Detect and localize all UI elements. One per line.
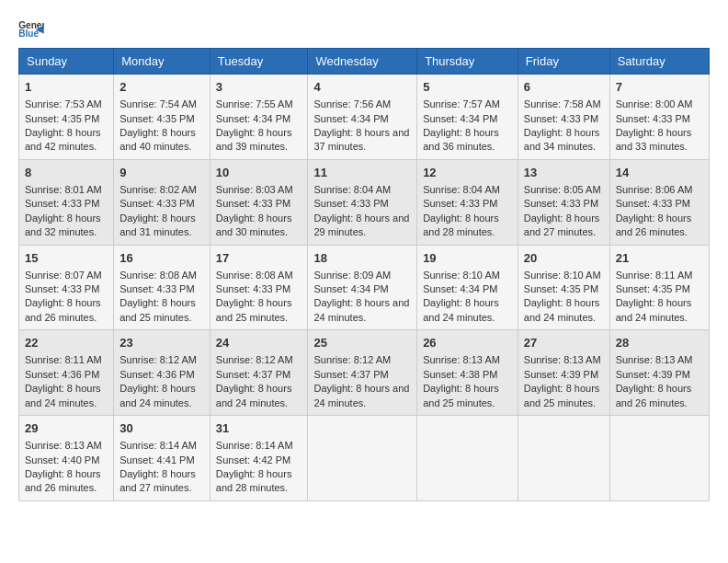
daylight-text: Daylight: 8 hours and 24 minutes. [25,383,101,408]
week-row: 15Sunrise: 8:07 AMSunset: 4:33 PMDayligh… [19,245,710,330]
sunset-text: Sunset: 4:33 PM [119,283,194,294]
sunrise-text: Sunrise: 8:08 AM [119,270,197,281]
day-number: 16 [119,250,204,267]
sunrise-text: Sunrise: 7:56 AM [313,98,391,109]
sunrise-text: Sunrise: 7:55 AM [216,98,293,109]
sunset-text: Sunset: 4:34 PM [423,113,497,124]
calendar-cell: 2Sunrise: 7:54 AMSunset: 4:35 PMDaylight… [114,75,210,160]
calendar-cell: 10Sunrise: 8:03 AMSunset: 4:33 PMDayligh… [210,159,308,245]
sunset-text: Sunset: 4:35 PM [25,113,99,124]
sunrise-text: Sunrise: 8:10 AM [423,270,500,281]
sunrise-text: Sunrise: 8:03 AM [216,184,293,195]
calendar-cell: 9Sunrise: 8:02 AMSunset: 4:33 PMDaylight… [114,159,210,245]
calendar-cell: 28Sunrise: 8:13 AMSunset: 4:39 PMDayligh… [609,330,709,416]
day-number: 4 [313,79,411,96]
sunset-text: Sunset: 4:40 PM [25,454,99,465]
daylight-text: Daylight: 8 hours and 25 minutes. [119,297,196,322]
day-number: 21 [616,250,703,267]
day-number: 17 [216,250,302,267]
sunset-text: Sunset: 4:41 PM [119,454,194,465]
day-number: 2 [119,79,204,96]
sunrise-text: Sunrise: 7:54 AM [119,98,197,109]
sunset-text: Sunset: 4:39 PM [524,369,598,380]
day-number: 6 [524,79,604,96]
sunset-text: Sunset: 4:35 PM [524,283,598,294]
daylight-text: Daylight: 8 hours and 26 minutes. [25,468,101,493]
sunrise-text: Sunrise: 7:53 AM [25,98,102,109]
sunrise-text: Sunrise: 8:00 AM [616,98,693,109]
daylight-text: Daylight: 8 hours and 28 minutes. [216,468,292,493]
week-row: 22Sunrise: 8:11 AMSunset: 4:36 PMDayligh… [19,330,710,416]
sunset-text: Sunset: 4:42 PM [216,454,290,465]
week-row: 1Sunrise: 7:53 AMSunset: 4:35 PMDaylight… [19,75,710,160]
calendar-cell [609,416,709,501]
daylight-text: Daylight: 8 hours and 24 minutes. [313,383,409,408]
daylight-text: Daylight: 8 hours and 26 minutes. [616,213,692,237]
calendar-cell: 30Sunrise: 8:14 AMSunset: 4:41 PMDayligh… [114,416,210,501]
calendar-cell: 5Sunrise: 7:57 AMSunset: 4:34 PMDaylight… [417,75,518,160]
header-thursday: Thursday [417,49,518,75]
sunset-text: Sunset: 4:33 PM [616,113,690,124]
sunrise-text: Sunrise: 8:13 AM [616,354,693,365]
sunset-text: Sunset: 4:39 PM [616,369,690,380]
sunrise-text: Sunrise: 8:13 AM [25,440,102,451]
calendar-cell: 8Sunrise: 8:01 AMSunset: 4:33 PMDaylight… [19,159,114,245]
sunset-text: Sunset: 4:33 PM [524,113,598,124]
sunset-text: Sunset: 4:35 PM [616,283,690,294]
sunset-text: Sunset: 4:33 PM [524,198,598,209]
calendar-cell: 14Sunrise: 8:06 AMSunset: 4:33 PMDayligh… [609,159,709,245]
day-number: 26 [423,335,512,351]
day-number: 22 [25,335,108,351]
daylight-text: Daylight: 8 hours and 24 minutes. [616,297,692,322]
calendar-cell: 31Sunrise: 8:14 AMSunset: 4:42 PMDayligh… [210,416,308,501]
sunset-text: Sunset: 4:34 PM [313,113,388,124]
daylight-text: Daylight: 8 hours and 24 minutes. [423,297,499,322]
day-number: 31 [216,420,302,437]
calendar-cell [518,416,609,501]
daylight-text: Daylight: 8 hours and 24 minutes. [119,383,196,408]
sunrise-text: Sunrise: 8:09 AM [313,270,391,281]
sunrise-text: Sunrise: 8:13 AM [524,354,601,365]
daylight-text: Daylight: 8 hours and 25 minutes. [524,383,600,408]
day-number: 5 [423,79,512,96]
calendar-cell: 22Sunrise: 8:11 AMSunset: 4:36 PMDayligh… [19,330,114,416]
day-number: 24 [216,335,302,351]
sunrise-text: Sunrise: 8:07 AM [25,270,102,281]
daylight-text: Daylight: 8 hours and 25 minutes. [423,383,499,408]
sunrise-text: Sunrise: 8:14 AM [119,440,197,451]
header-sunday: Sunday [19,49,114,75]
logo-icon: General Blue [18,18,44,39]
calendar-cell: 25Sunrise: 8:12 AMSunset: 4:37 PMDayligh… [308,330,417,416]
calendar-cell: 18Sunrise: 8:09 AMSunset: 4:34 PMDayligh… [308,245,417,330]
svg-text:Blue: Blue [18,29,39,39]
sunrise-text: Sunrise: 8:13 AM [423,354,500,365]
sunrise-text: Sunrise: 8:14 AM [216,440,293,451]
daylight-text: Daylight: 8 hours and 29 minutes. [313,213,409,237]
sunset-text: Sunset: 4:34 PM [313,283,388,294]
sunset-text: Sunset: 4:35 PM [119,113,194,124]
daylight-text: Daylight: 8 hours and 26 minutes. [616,383,692,408]
calendar-cell [417,416,518,501]
page-header: General Blue [18,18,710,39]
calendar-cell: 20Sunrise: 8:10 AMSunset: 4:35 PMDayligh… [518,245,609,330]
daylight-text: Daylight: 8 hours and 30 minutes. [216,213,292,237]
calendar-cell [308,416,417,501]
calendar-cell: 3Sunrise: 7:55 AMSunset: 4:34 PMDaylight… [210,75,308,160]
daylight-text: Daylight: 8 hours and 40 minutes. [119,127,196,152]
day-number: 27 [524,335,604,351]
daylight-text: Daylight: 8 hours and 36 minutes. [423,127,499,152]
sunrise-text: Sunrise: 8:08 AM [216,270,293,281]
header-tuesday: Tuesday [210,49,308,75]
sunrise-text: Sunrise: 8:05 AM [524,184,601,195]
daylight-text: Daylight: 8 hours and 42 minutes. [25,127,101,152]
calendar-cell: 4Sunrise: 7:56 AMSunset: 4:34 PMDaylight… [308,75,417,160]
header-row: SundayMondayTuesdayWednesdayThursdayFrid… [19,49,710,75]
daylight-text: Daylight: 8 hours and 24 minutes. [313,297,409,322]
daylight-text: Daylight: 8 hours and 34 minutes. [524,127,600,152]
calendar-cell: 15Sunrise: 8:07 AMSunset: 4:33 PMDayligh… [19,245,114,330]
sunrise-text: Sunrise: 8:12 AM [216,354,293,365]
sunset-text: Sunset: 4:38 PM [423,369,497,380]
day-number: 13 [524,165,604,181]
day-number: 9 [119,165,204,181]
daylight-text: Daylight: 8 hours and 27 minutes. [524,213,600,237]
